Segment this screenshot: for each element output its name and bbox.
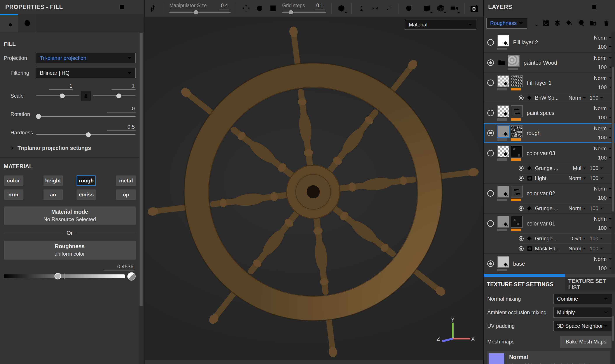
blend-mode-select[interactable]: Ovrl (572, 235, 586, 242)
tab-properties[interactable] (0, 14, 18, 32)
move-tool-button[interactable] (241, 3, 251, 13)
effect-row-mask-editor[interactable]: Mask Ed... Norm 100 (519, 243, 615, 253)
undock-icon[interactable] (118, 3, 125, 11)
blend-mode-select[interactable]: Norm (594, 125, 612, 131)
remove-effect-icon[interactable] (608, 247, 612, 251)
remove-effect-icon[interactable] (608, 206, 612, 211)
projection-select[interactable]: Tri-planar projection (36, 53, 136, 63)
opacity-select[interactable]: 100 (598, 155, 612, 161)
rotation-slider[interactable] (36, 114, 136, 119)
hardness-slider[interactable] (36, 132, 136, 137)
layer-row-color-var-02[interactable]: color var 02 Norm 100 (484, 183, 615, 203)
blend-mode-select[interactable]: Norm (594, 105, 612, 111)
channel-op-button[interactable]: op (116, 189, 136, 200)
effect-radio[interactable] (519, 206, 524, 211)
uv-padding-select[interactable]: 3D Space Neighbor (553, 321, 612, 331)
scale-tool-button[interactable] (268, 3, 278, 13)
mirror-horizontal-button[interactable] (370, 3, 380, 13)
channel-ao-button[interactable]: ao (43, 189, 63, 200)
layers-horizontal-scrollbar[interactable] (484, 274, 615, 277)
visibility-toggle[interactable] (487, 220, 494, 227)
channel-height-button[interactable]: height (43, 175, 63, 186)
channel-emiss-button[interactable]: emiss (77, 189, 96, 200)
remove-effect-icon[interactable] (608, 96, 612, 100)
uniform-color-button[interactable]: Roughness uniform color (4, 241, 136, 260)
remove-effect-icon[interactable] (608, 236, 612, 241)
viewport-3d[interactable]: Material Y X Z (145, 17, 483, 360)
layer-row-fill-layer-1[interactable]: Fill layer 1 Norm 100 (484, 73, 615, 93)
opacity-select[interactable]: 100 (590, 95, 603, 101)
effect-row-grunge[interactable]: Grunge ... Ovrl 100 (519, 233, 615, 243)
channel-filter-select[interactable]: Roughness (486, 18, 527, 29)
channel-rough-button[interactable]: rough (77, 175, 96, 186)
visibility-toggle[interactable] (487, 150, 494, 156)
layer-thumbnail[interactable] (497, 105, 509, 117)
scale-x-value[interactable]: 1 (49, 83, 73, 90)
shading-mode-select[interactable]: Material (405, 20, 476, 30)
normal-mixing-select[interactable]: Combine (553, 294, 612, 304)
solo-3d-view-button[interactable] (436, 3, 446, 13)
bake-mesh-maps-button[interactable]: Bake Mesh Maps (560, 336, 612, 348)
tab-texture-set-list[interactable]: TEXTURE SET LIST (565, 278, 615, 291)
opacity-select[interactable]: 100 (598, 84, 612, 91)
visibility-toggle[interactable] (487, 110, 494, 116)
manipulator-size-slider[interactable] (169, 10, 231, 14)
smart-material-icon[interactable] (541, 18, 551, 28)
opacity-select[interactable]: 100 (590, 246, 603, 252)
opacity-select[interactable]: 100 (598, 115, 612, 121)
properties-scrollbar[interactable] (139, 33, 144, 364)
scale-lock-button[interactable] (81, 91, 91, 101)
effect-row-bnw-spots[interactable]: BnW Sp... Norm 100 (519, 93, 615, 103)
mesh-map-card-normal[interactable]: Normal Normal Map from Mesh defaultMat (487, 351, 610, 364)
transform-tool-button[interactable] (149, 3, 159, 13)
opacity-select[interactable]: 100 (590, 205, 603, 211)
tab-material-preview[interactable] (18, 14, 36, 32)
opacity-select[interactable]: 100 (590, 165, 603, 171)
opacity-select[interactable]: 100 (598, 135, 612, 141)
layer-row-rough[interactable]: rough Norm 100 (484, 123, 615, 143)
layer-thumbnail[interactable] (497, 186, 509, 197)
axis-gizmo[interactable]: Y X Z (436, 317, 475, 350)
layer-row-color-var-03[interactable]: color var 03 Norm 100 (484, 143, 615, 163)
texture-set-scrollbar[interactable] (612, 316, 615, 364)
effect-row-grunge[interactable]: Grunge ... Mul 100 (519, 163, 615, 173)
group-thumbnail[interactable] (508, 55, 520, 67)
blend-mode-select[interactable]: Norm (594, 186, 612, 192)
reset-rotation-button[interactable] (404, 3, 414, 13)
layer-thumbnail[interactable] (497, 35, 509, 47)
visibility-toggle[interactable] (487, 260, 494, 267)
opacity-select[interactable]: 100 (598, 64, 612, 70)
slider-handle[interactable] (55, 273, 61, 279)
delete-layer-icon[interactable] (601, 18, 612, 28)
roughness-gradient-slider[interactable] (4, 274, 125, 278)
magic-wand-icon[interactable] (529, 18, 540, 28)
layer-row-painted-wood[interactable]: painted Wood Norm 100 (484, 52, 615, 73)
remove-map-icon[interactable] (601, 359, 606, 364)
grid-steps-value[interactable]: 0.1 (314, 3, 326, 9)
add-layer-icon[interactable] (553, 18, 563, 28)
blend-mode-select[interactable]: Norm (568, 246, 586, 252)
tab-texture-set-settings[interactable]: TEXTURE SET SETTINGS (484, 278, 565, 291)
manipulator-size-value[interactable]: 0.4 (218, 3, 231, 9)
mask-thumbnail[interactable] (511, 186, 523, 197)
mask-thumbnail[interactable] (511, 216, 523, 228)
blend-mode-select[interactable]: Norm (594, 145, 612, 152)
opacity-select[interactable]: 100 (598, 44, 612, 50)
mask-thumbnail[interactable] (511, 145, 523, 157)
blend-mode-select[interactable]: Norm (594, 55, 612, 61)
screenshot-camera-button[interactable] (469, 3, 479, 13)
roughness-value[interactable]: 0.4536 (104, 263, 134, 271)
blend-mode-select[interactable]: Norm (568, 205, 586, 211)
layer-row-paint-specs[interactable]: paint specs Norm 100 (484, 103, 615, 123)
plane-view-button[interactable] (422, 3, 432, 13)
layer-thumbnail[interactable] (497, 125, 509, 137)
close-tab-icon[interactable] (557, 282, 562, 287)
snap-cube-button[interactable] (336, 3, 346, 13)
rotation-value[interactable]: 0 (107, 105, 136, 113)
close-icon[interactable] (603, 3, 611, 11)
visibility-toggle[interactable] (487, 130, 494, 136)
layer-thumbnail[interactable] (497, 256, 509, 268)
channel-nrm-button[interactable]: nrm (4, 189, 23, 200)
opacity-select[interactable]: 100 (598, 195, 612, 201)
mask-thumbnail[interactable] (511, 75, 523, 87)
